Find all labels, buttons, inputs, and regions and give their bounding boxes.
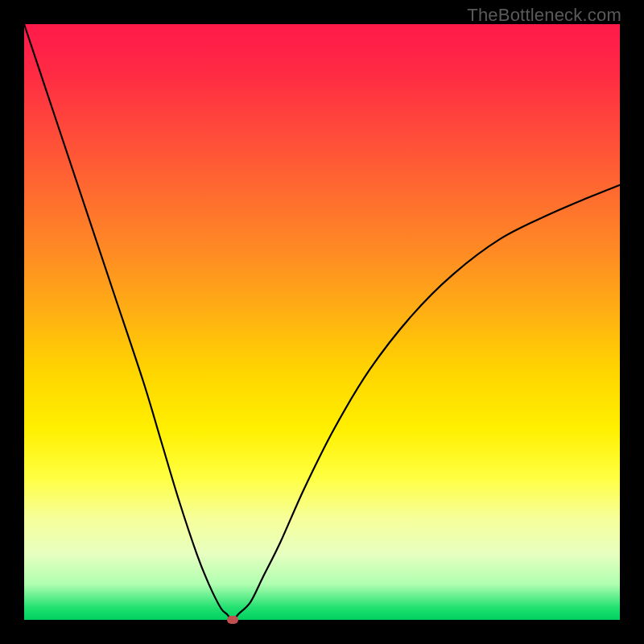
- watermark-text: TheBottleneck.com: [467, 5, 621, 26]
- chart-frame: TheBottleneck.com: [0, 0, 644, 644]
- bottleneck-curve: [24, 24, 620, 620]
- plot-area: [24, 24, 620, 620]
- optimum-marker: [227, 616, 238, 624]
